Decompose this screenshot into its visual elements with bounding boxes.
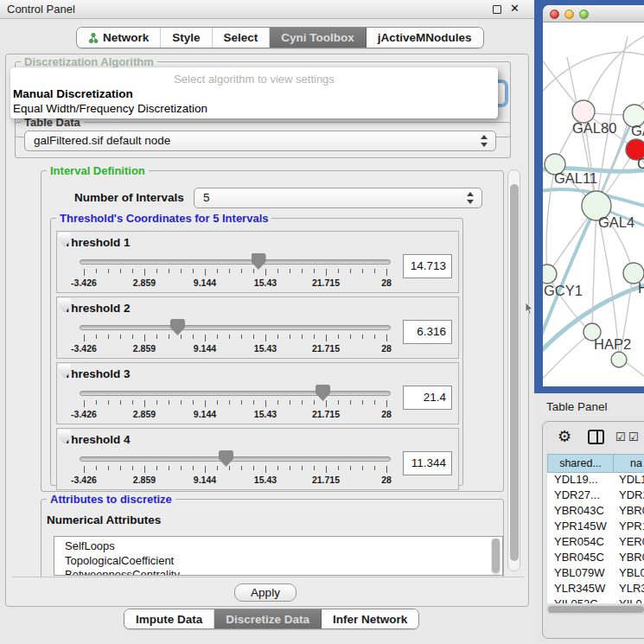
slider-track[interactable]	[80, 456, 391, 462]
tab-style[interactable]: Style	[161, 28, 212, 48]
control-panel-titlebar: Control Panel ✕	[0, 0, 534, 19]
threshold-value-field[interactable]: 6.316	[403, 320, 452, 344]
tick-mark	[144, 466, 145, 473]
column-header-name[interactable]: na	[614, 454, 644, 473]
tick-mark	[362, 400, 363, 405]
table-row[interactable]: YBL079WYBL0	[547, 566, 644, 582]
slider-track[interactable]	[80, 391, 391, 396]
tick-mark	[290, 335, 290, 339]
close-traffic-light-icon[interactable]	[550, 10, 559, 19]
tick-mark	[169, 269, 169, 273]
tick-mark	[386, 400, 387, 407]
slider-track[interactable]	[80, 325, 391, 330]
tick-label: 2.859	[118, 343, 170, 354]
network-icon	[88, 32, 99, 44]
threshold-value-field[interactable]: 21.4	[403, 386, 452, 410]
dropdown-item-equal-width[interactable]: Equal Width/Frequency Discretization	[13, 102, 207, 115]
tab-infer-network[interactable]: Infer Network	[322, 609, 418, 628]
tab-network[interactable]: Network	[77, 28, 161, 48]
threshold-value-field[interactable]: 14.713	[403, 254, 452, 278]
dropdown-hint[interactable]: Select algorithm to view settings	[10, 73, 498, 86]
network-node[interactable]	[543, 265, 557, 284]
table-row[interactable]: YPR145WYPR1	[547, 520, 644, 535]
tick-mark	[132, 400, 133, 405]
zoom-traffic-light-icon[interactable]	[579, 10, 589, 19]
tick-label: 28	[360, 277, 412, 288]
network-node-label: GAL11	[554, 170, 597, 186]
network-node-label: GAL4	[598, 214, 634, 230]
tick-mark	[84, 335, 85, 341]
tick-mark	[120, 269, 121, 273]
tick-mark	[253, 269, 254, 273]
dropdown-item-manual[interactable]: Manual Discretization	[13, 87, 133, 100]
slider-thumb[interactable]	[252, 253, 266, 270]
column-header-shared[interactable]: shared...	[547, 454, 614, 473]
threshold-label: Threshold 2	[64, 302, 131, 315]
table-hscrollbar[interactable]	[546, 604, 644, 615]
gear-icon[interactable]: ⚙	[558, 427, 571, 446]
tick-mark	[84, 400, 85, 407]
network-canvas[interactable]: GAL80GACGAL11GAL4GCY1HHAP2	[543, 22, 644, 386]
settings-scrollbar[interactable]	[507, 169, 520, 571]
float-window-icon[interactable]	[493, 5, 501, 14]
network-nodes: GAL80GACGAL11GAL4GCY1HHAP2	[543, 100, 644, 367]
threshold-panel: Threshold 1-3.4262.8599.14415.4321.71528…	[56, 231, 459, 293]
table-row[interactable]: YIL052CYIL0	[547, 597, 644, 603]
attributes-group-title: Attributes to discretize	[47, 493, 175, 506]
attribute-list-item[interactable]: TopologicalCoefficient	[54, 554, 502, 569]
tab-discretize-data[interactable]: Discretize Data	[214, 609, 322, 628]
threshold-value-field[interactable]: 11.344	[403, 451, 452, 475]
tab-impute-data[interactable]: Impute Data	[124, 609, 214, 628]
checkbox-icon[interactable]: ☑	[615, 430, 626, 443]
tick-mark	[205, 269, 206, 276]
tick-mark	[96, 269, 97, 273]
table-hscrollbar-thumb[interactable]	[548, 606, 644, 613]
slider-thumb[interactable]	[316, 385, 330, 401]
tick-mark	[144, 335, 145, 341]
attribute-list-item[interactable]: SelfLoops	[54, 539, 502, 554]
tick-mark	[265, 466, 266, 473]
checkbox-icon[interactable]: ☑	[628, 430, 639, 443]
slider-track[interactable]	[80, 259, 391, 265]
minimize-traffic-light-icon[interactable]	[564, 10, 574, 19]
network-window-titlebar	[543, 5, 644, 22]
tab-select[interactable]: Select	[213, 28, 271, 48]
tick-mark	[205, 466, 206, 473]
tick-mark	[108, 466, 109, 470]
numerical-attributes-list[interactable]: SelfLoopsTopologicalCoefficientBetweenne…	[54, 536, 503, 576]
slider-thumb[interactable]	[219, 450, 233, 467]
table-row[interactable]: YBR045CYBR0	[547, 551, 644, 566]
network-node[interactable]	[611, 352, 627, 367]
tick-label: 9.144	[179, 277, 231, 288]
table-row[interactable]: YER054CYER0	[547, 535, 644, 551]
table-row[interactable]: YBR043CYBR0	[547, 504, 644, 520]
tick-mark	[120, 400, 121, 405]
tab-cyni-toolbox[interactable]: Cyni Toolbox	[270, 28, 367, 48]
slider-thumb[interactable]	[170, 319, 185, 335]
num-intervals-combobox[interactable]: 5	[194, 188, 482, 208]
tab-jactivemnodules[interactable]: jActiveMNodules	[367, 28, 483, 48]
attributes-list-scrollbar[interactable]	[491, 538, 501, 575]
columns-icon[interactable]	[588, 430, 604, 444]
tick-mark	[229, 335, 230, 339]
settings-scrollbar-thumb[interactable]	[510, 184, 519, 561]
tick-mark	[169, 335, 169, 339]
combo-spinner-icon	[481, 135, 488, 147]
tick-mark	[205, 400, 206, 407]
tick-mark	[350, 466, 351, 470]
tick-label: 15.43	[239, 475, 291, 485]
combo-spinner-icon	[467, 192, 475, 204]
tick-mark	[144, 269, 145, 276]
close-icon[interactable]: ✕	[510, 2, 520, 15]
apply-button[interactable]: Apply	[234, 583, 296, 602]
table-row[interactable]: YDL19...YDL1	[547, 473, 644, 488]
table-data-group: Table Data galFiltered.sif default node	[15, 122, 511, 158]
attribute-list-item[interactable]: BetweennessCentrality	[54, 568, 502, 576]
threshold-panel: Threshold 2-3.4262.8599.14415.4321.71528…	[56, 296, 459, 359]
table-cell-shared: YBR043C	[547, 504, 614, 520]
tick-mark	[84, 466, 85, 473]
table-row[interactable]: YLR345WYLR3	[547, 582, 644, 597]
table-row[interactable]: YDR27...YDR2	[547, 488, 644, 504]
tick-label: -3.426	[58, 475, 110, 485]
table-data-combobox[interactable]: galFiltered.sif default node	[24, 131, 496, 151]
